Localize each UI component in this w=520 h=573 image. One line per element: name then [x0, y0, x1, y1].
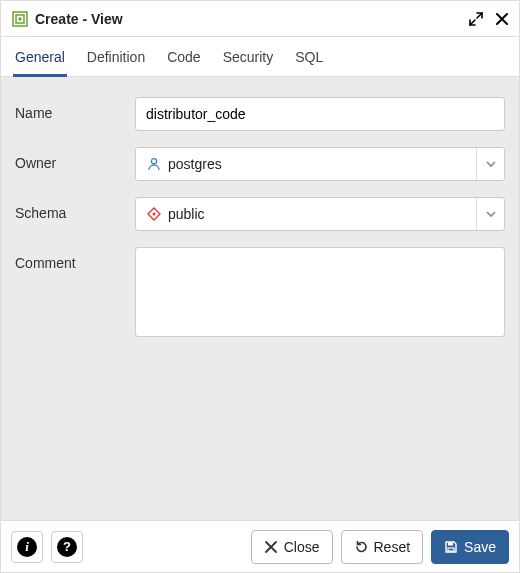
expand-icon[interactable]: [469, 12, 483, 26]
row-schema: Schema public: [15, 189, 505, 239]
reset-icon: [354, 540, 368, 554]
row-comment: Comment: [15, 239, 505, 348]
label-name: Name: [15, 97, 135, 121]
x-icon: [264, 540, 278, 554]
footer: i ? Close Reset Save: [1, 520, 519, 572]
name-input[interactable]: [135, 97, 505, 131]
form-area: Name Owner postgres Schema: [1, 77, 519, 520]
svg-point-4: [153, 213, 156, 216]
tab-label: Code: [167, 49, 200, 65]
label-owner: Owner: [15, 147, 135, 171]
tab-code[interactable]: Code: [167, 37, 200, 76]
svg-point-3: [151, 159, 156, 164]
tab-definition[interactable]: Definition: [87, 37, 145, 76]
tab-label: SQL: [295, 49, 323, 65]
close-button[interactable]: Close: [251, 530, 333, 564]
schema-icon: [146, 206, 162, 222]
reset-button[interactable]: Reset: [341, 530, 424, 564]
chevron-down-icon: [476, 198, 504, 230]
title-actions: [469, 12, 509, 26]
info-icon: i: [17, 537, 37, 557]
row-name: Name: [15, 89, 505, 139]
help-icon: ?: [57, 537, 77, 557]
svg-rect-2: [19, 17, 22, 20]
tab-label: Definition: [87, 49, 145, 65]
save-label: Save: [464, 539, 496, 555]
tab-general[interactable]: General: [15, 37, 65, 76]
tab-sql[interactable]: SQL: [295, 37, 323, 76]
svg-rect-6: [448, 548, 454, 551]
label-comment: Comment: [15, 247, 135, 271]
tab-label: Security: [223, 49, 274, 65]
user-icon: [146, 156, 162, 172]
chevron-down-icon: [476, 148, 504, 180]
owner-value: postgres: [168, 156, 470, 172]
tab-security[interactable]: Security: [223, 37, 274, 76]
info-button[interactable]: i: [11, 531, 43, 563]
owner-select[interactable]: postgres: [135, 147, 505, 181]
save-button[interactable]: Save: [431, 530, 509, 564]
title-bar: Create - View: [1, 1, 519, 37]
comment-textarea[interactable]: [135, 247, 505, 337]
tab-bar: General Definition Code Security SQL: [1, 37, 519, 77]
row-owner: Owner postgres: [15, 139, 505, 189]
svg-rect-5: [448, 542, 453, 545]
reset-label: Reset: [374, 539, 411, 555]
schema-select[interactable]: public: [135, 197, 505, 231]
help-button[interactable]: ?: [51, 531, 83, 563]
schema-value: public: [168, 206, 470, 222]
dialog-title: Create - View: [35, 11, 463, 27]
close-icon[interactable]: [495, 12, 509, 26]
label-schema: Schema: [15, 197, 135, 221]
tab-label: General: [15, 49, 65, 65]
app-icon: [11, 10, 29, 28]
close-label: Close: [284, 539, 320, 555]
save-icon: [444, 540, 458, 554]
